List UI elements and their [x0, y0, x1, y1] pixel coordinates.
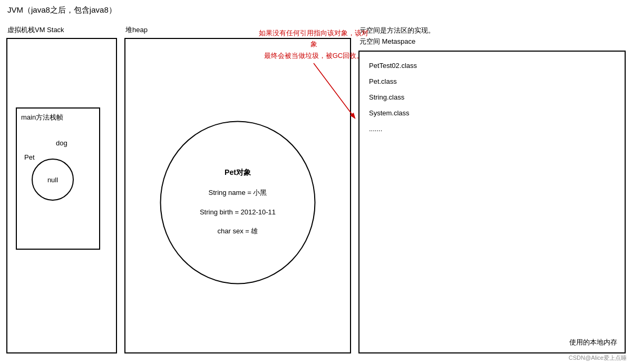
null-circle: null — [32, 159, 74, 201]
pet-label: Pet — [24, 153, 35, 161]
heap-panel: 堆heap Pet对象 String name = 小黑 String birt… — [124, 25, 351, 353]
metaspace-panel: 元空间是方法区的实现。 元空间 Metaspace PetTest02.clas… — [358, 25, 626, 353]
metaspace-label: 元空间是方法区的实现。 元空间 Metaspace — [358, 25, 626, 47]
pet-field-sex: char sex = 雄 — [218, 227, 258, 236]
heap-outer: Pet对象 String name = 小黑 String birth = 20… — [124, 38, 351, 353]
dog-label: dog — [56, 139, 67, 147]
pet-object-circle: Pet对象 String name = 小黑 String birth = 20… — [160, 121, 316, 284]
meta-item-2: String.class — [369, 91, 615, 104]
watermark: CSDN@Alice爱上点睡 — [569, 354, 627, 362]
pet-field-name: String name = 小黑 — [209, 188, 267, 198]
meta-item-3: System.class — [369, 106, 615, 120]
pet-obj-title: Pet对象 — [225, 168, 251, 178]
page-title: JVM（java8之后，包含java8） — [0, 0, 632, 21]
vm-stack-label: 虚拟机栈VM Stack — [6, 25, 117, 35]
meta-item-4: ....... — [369, 122, 615, 136]
pet-field-birth: String birth = 2012-10-11 — [200, 208, 276, 216]
meta-item-0: PetTest02.class — [369, 59, 615, 73]
main-frame-label: main方法栈帧 — [21, 113, 63, 122]
meta-bottom-label: 使用的本地内存 — [569, 338, 617, 347]
null-label: null — [47, 176, 58, 184]
annotation-text: 如果没有任何引用指向该对象，该对象 最终会被当做垃圾，被GC回收。 — [258, 27, 369, 61]
metaspace-outer: PetTest02.class Pet.class String.class S… — [358, 51, 626, 353]
vm-stack-outer: main方法栈帧 Pet dog null — [6, 38, 117, 353]
main-frame-box: main方法栈帧 Pet dog null — [16, 107, 100, 250]
meta-item-1: Pet.class — [369, 75, 615, 88]
vm-stack-panel: 虚拟机栈VM Stack main方法栈帧 Pet dog null — [6, 25, 117, 353]
